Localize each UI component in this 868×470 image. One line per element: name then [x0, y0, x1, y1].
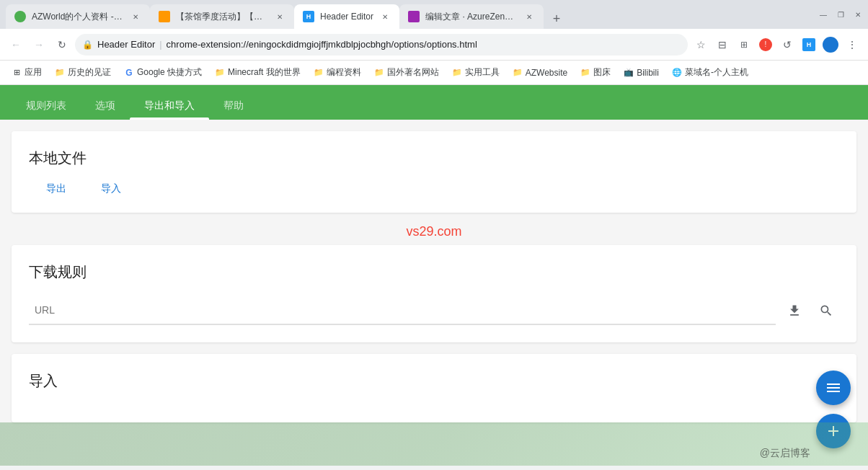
bookmark-caiyu[interactable]: 🌐 菜域名-个人主机: [666, 63, 754, 81]
profile-avatar[interactable]: [820, 35, 841, 55]
bookmark-tools[interactable]: 📁 实用工具: [446, 63, 505, 81]
nav-tab-options[interactable]: 选项: [81, 92, 130, 120]
download-button[interactable]: [781, 298, 807, 324]
nav-tab-rules[interactable]: 规则列表: [12, 92, 81, 120]
bookmark-image-label: 图床: [593, 66, 611, 79]
nav-tab-help[interactable]: 帮助: [209, 92, 258, 120]
bookmark-history[interactable]: 📁 历史的见证: [49, 63, 117, 81]
tab-search-button[interactable]: ⊞: [734, 35, 754, 55]
forward-button[interactable]: →: [29, 35, 49, 55]
bilibili-icon: 📺: [624, 68, 634, 78]
bookmark-programming-label: 编程资料: [327, 66, 361, 79]
bookmarks-bar: ⊞ 应用 📁 历史的见证 G Google 快捷方式 📁 Minecraft 我…: [0, 61, 868, 85]
bottom-overlay-text: @云启博客: [760, 447, 810, 460]
refresh-button[interactable]: ↻: [52, 35, 72, 55]
main-content: 本地文件 导出 导入 vs29.com 下载规则: [0, 120, 868, 466]
local-file-card: 本地文件 导出 导入: [12, 131, 856, 213]
extension-refresh-button[interactable]: ↺: [777, 35, 797, 55]
bookmark-apps-label: 应用: [25, 66, 42, 79]
tab-azworld[interactable]: AZWorld的个人资料 - Minecra... ✕: [6, 4, 150, 29]
title-bar: AZWorld的个人资料 - Minecra... ✕ 【茶馆季度活动】【论坛教…: [0, 0, 868, 29]
download-rules-title: 下载规则: [29, 262, 839, 282]
download-icon: [787, 303, 802, 318]
download-rules-card: 下载规则: [12, 245, 856, 342]
tab1-favicon: [14, 11, 26, 22]
navigation-bar: ← → ↻ 🔒 Header Editor | chrome-extension…: [0, 29, 868, 61]
lock-icon: 🔒: [82, 40, 93, 50]
tab3-close[interactable]: ✕: [379, 11, 391, 22]
search-button[interactable]: [813, 298, 839, 324]
bookmark-bilibili[interactable]: 📺 Bilibili: [618, 65, 665, 81]
import-card: 导入: [12, 354, 856, 422]
bottom-overlay: [0, 422, 868, 466]
address-separator: |: [159, 39, 161, 50]
header-editor-ext-button[interactable]: H: [799, 35, 819, 55]
bookmark-star-button[interactable]: ☆: [691, 35, 711, 55]
nav-tab-export-import[interactable]: 导出和导入: [130, 92, 209, 120]
chrome-window: AZWorld的个人资料 - Minecra... ✕ 【茶馆季度活动】【论坛教…: [0, 0, 868, 466]
tab-header-editor[interactable]: H Header Editor ✕: [294, 4, 399, 29]
local-file-links: 导出 导入: [29, 182, 839, 195]
bookmark-tools-label: 实用工具: [465, 66, 500, 79]
tab4-title: 编辑文章 · AzureZeng's Blog - ...: [425, 11, 518, 23]
back-button[interactable]: ←: [6, 35, 26, 55]
bookmark-bilibili-label: Bilibili: [637, 68, 659, 78]
chrome-menu-button[interactable]: ⋮: [842, 35, 862, 55]
tab1-close[interactable]: ✕: [130, 11, 141, 22]
tab4-favicon: [408, 11, 420, 22]
url-input-row: [29, 296, 839, 325]
bookmark-foreign-label: 国外著名网站: [387, 66, 439, 79]
tab-chaguan[interactable]: 【茶馆季度活动】【论坛教程组... ✕: [150, 4, 294, 29]
bookmark-azwebsite[interactable]: 📁 AZWebsite: [507, 65, 573, 81]
tab2-title: 【茶馆季度活动】【论坛教程组...: [176, 11, 268, 23]
bookmark-azwebsite-label: AZWebsite: [526, 68, 567, 78]
address-url: chrome-extension://eningockdidmgiojffjmk…: [167, 39, 681, 50]
watermark-text: vs29.com: [12, 224, 856, 239]
new-tab-button[interactable]: +: [546, 9, 567, 29]
maximize-button[interactable]: ❐: [836, 10, 845, 19]
address-bar[interactable]: 🔒 Header Editor | chrome-extension://eni…: [75, 34, 688, 56]
extension-nav: 规则列表 选项 导出和导入 帮助: [0, 85, 868, 120]
import-link[interactable]: 导入: [101, 182, 121, 195]
bookmark-image-bed[interactable]: 📁 图床: [575, 63, 616, 81]
local-file-title: 本地文件: [29, 148, 839, 168]
reading-list-button[interactable]: ⊟: [712, 35, 732, 55]
google-icon: G: [124, 68, 134, 78]
apps-icon: ⊞: [12, 68, 22, 78]
caiyu-icon: 🌐: [672, 68, 682, 78]
image-bed-icon: 📁: [580, 68, 590, 78]
bookmark-minecraft[interactable]: 📁 Minecraft 我的世界: [209, 63, 306, 81]
tools-folder-icon: 📁: [452, 68, 462, 78]
address-title: Header Editor: [97, 39, 155, 50]
export-link[interactable]: 导出: [46, 182, 66, 195]
window-controls: — ❐ ✕: [819, 10, 862, 19]
tab-azurezeng[interactable]: 编辑文章 · AzureZeng's Blog - ... ✕: [399, 4, 544, 29]
tab3-favicon: H: [303, 11, 314, 22]
bookmark-google-label: Google 快捷方式: [137, 66, 202, 79]
azwebsite-folder-icon: 📁: [513, 68, 523, 78]
foreign-folder-icon: 📁: [374, 68, 384, 78]
bookmark-apps[interactable]: ⊞ 应用: [6, 63, 48, 81]
folder-icon: 📁: [55, 68, 65, 78]
extension-red-button[interactable]: !: [756, 35, 776, 55]
bookmark-minecraft-label: Minecraft 我的世界: [228, 66, 301, 79]
fab-list-button[interactable]: [816, 371, 851, 405]
bookmark-google[interactable]: G Google 快捷方式: [118, 63, 208, 81]
programming-folder-icon: 📁: [314, 68, 324, 78]
close-button[interactable]: ✕: [854, 10, 862, 19]
tab3-title: Header Editor: [320, 12, 373, 22]
bookmark-caiyu-label: 菜域名-个人主机: [685, 66, 748, 79]
bookmark-foreign-sites[interactable]: 📁 国外著名网站: [368, 63, 445, 81]
import-title: 导入: [29, 371, 839, 391]
url-input[interactable]: [29, 296, 776, 325]
minimize-button[interactable]: —: [819, 10, 828, 19]
tab4-close[interactable]: ✕: [523, 11, 535, 22]
list-icon: [825, 379, 842, 396]
search-icon: [819, 303, 833, 318]
tabs-area: AZWorld的个人资料 - Minecra... ✕ 【茶馆季度活动】【论坛教…: [6, 0, 813, 29]
nav-right-icons: ☆ ⊟ ⊞ ! ↺ H ⋮: [691, 35, 862, 55]
bookmark-programming[interactable]: 📁 编程资料: [308, 63, 367, 81]
tab2-close[interactable]: ✕: [274, 11, 285, 22]
bookmark-history-label: 历史的见证: [68, 66, 111, 79]
tab1-title: AZWorld的个人资料 - Minecra...: [32, 11, 124, 23]
